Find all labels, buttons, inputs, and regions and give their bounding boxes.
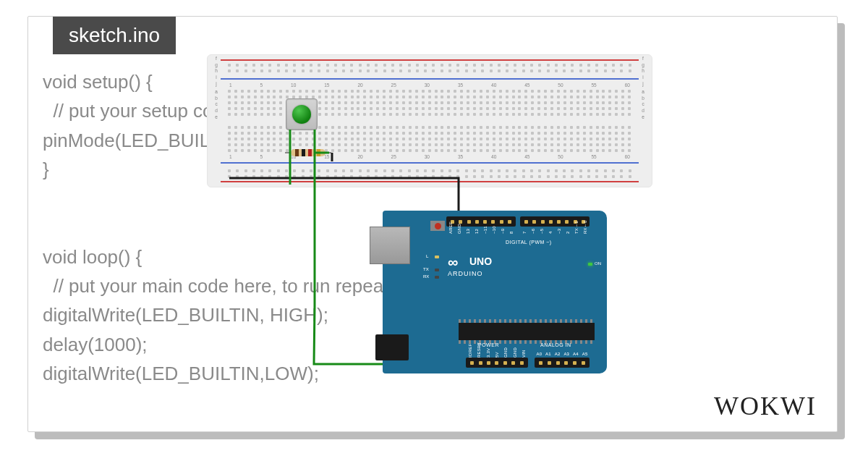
tx-led-label: TX <box>423 267 429 271</box>
header-analog[interactable] <box>535 358 590 368</box>
header-top-right[interactable] <box>520 216 590 227</box>
resistor-band <box>308 149 312 156</box>
pin-labels-top-left: AREFGND1312~11~10~98 <box>446 228 516 232</box>
code-line: digitalWrite(LED_BUILTIN, HIGH); <box>43 304 328 326</box>
l-led-label: L <box>426 254 428 258</box>
rail-dots <box>228 169 631 178</box>
code-line: digitalWrite(LED_BUILTIN,LOW); <box>43 363 319 384</box>
header-power[interactable] <box>466 358 528 368</box>
power-section-label: POWER <box>478 342 499 347</box>
pin-labels-analog: A0A1A2A3A4A5 <box>535 352 590 356</box>
breadboard[interactable]: 151015202530354045505560 151015202530354… <box>207 54 652 187</box>
atmega-chip <box>459 323 595 340</box>
power-rail-top-pos <box>221 59 639 61</box>
breadboard-numbers-top: 151015202530354045505560 <box>229 83 630 88</box>
power-rail-bot-pos <box>221 181 639 182</box>
usb-port <box>370 227 410 264</box>
power-jack <box>375 334 409 360</box>
l-led-icon <box>435 256 439 258</box>
code-line: void loop() { <box>43 246 142 268</box>
pushbutton-component[interactable] <box>286 98 318 130</box>
rx-led-label: RX <box>423 274 429 279</box>
code-line: } <box>43 159 49 180</box>
row-letters: abcde <box>640 88 646 120</box>
rx-led-icon <box>435 276 439 279</box>
power-rail-top-neg <box>221 78 639 80</box>
row-letters: fghij <box>213 55 219 87</box>
rail-dots <box>228 64 631 72</box>
on-led-label: ON <box>595 261 601 266</box>
resistor-band <box>302 149 305 156</box>
reset-button[interactable] <box>430 221 445 231</box>
arduino-logo-icon: ∞ <box>448 254 458 271</box>
resistor-band <box>317 149 320 156</box>
code-line: delay(1000); <box>43 334 148 355</box>
resistor-band <box>295 149 299 156</box>
resistor-component[interactable] <box>291 149 326 156</box>
arduino-uno-board[interactable]: AREFGND1312~11~10~98 7~6~54~32TX→1RX←0 I… <box>383 211 607 373</box>
code-line: // put your main code here, to run repea… <box>43 275 428 297</box>
code-line: void setup() { <box>43 71 153 93</box>
row-letters: fghij <box>640 55 646 87</box>
pin-labels-top-right: 7~6~54~32TX→1RX←0 <box>520 228 590 232</box>
power-rail-bot-neg <box>221 162 639 164</box>
editor-card: sketch.ino void setup() { // put your se… <box>27 16 838 432</box>
analog-section-label: ANALOG IN <box>540 342 571 347</box>
file-tab[interactable]: sketch.ino <box>53 17 176 54</box>
wokwi-brand-label: WOKWI <box>714 391 817 421</box>
pin-labels-power: IOREFRESET3.3V5VGNDGNDVIN <box>466 352 528 356</box>
breadboard-numbers-bot: 151015202530354045505560 <box>229 154 630 159</box>
board-brand-label: ARDUINO <box>448 270 483 277</box>
board-model-label: UNO <box>469 256 492 267</box>
digital-section-label: DIGITAL (PWM ~) <box>506 240 552 245</box>
on-led-icon <box>588 263 592 266</box>
tx-led-icon <box>435 269 439 271</box>
file-tab-label: sketch.ino <box>69 24 160 46</box>
row-letters: abcde <box>213 88 219 120</box>
